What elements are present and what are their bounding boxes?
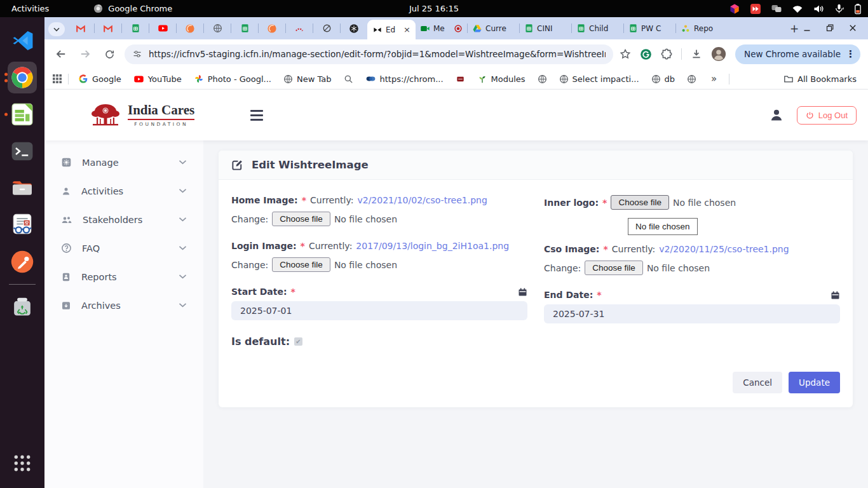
sheets-icon (240, 24, 250, 33)
tab[interactable] (122, 17, 149, 39)
address-bar[interactable]: https://icfnv5-staging.icfn.in/manage-se… (125, 44, 613, 64)
cancel-button[interactable]: Cancel (733, 372, 782, 393)
sidebar-item-activities[interactable]: Activities (44, 177, 203, 205)
calendar-icon[interactable] (518, 287, 527, 297)
dock-libreoffice-calc[interactable] (3, 96, 42, 133)
tab[interactable] (286, 17, 313, 39)
microphone-icon[interactable] (834, 3, 844, 14)
close-tab-icon[interactable]: × (403, 25, 410, 34)
url-text[interactable]: https://icfnv5-staging.icfn.in/manage-se… (149, 49, 606, 59)
chrome-update-pill[interactable]: New Chrome available ⋮ (735, 44, 860, 64)
downloads-icon[interactable] (691, 48, 702, 60)
brand-logo[interactable]: India Cares FOUNDATION (89, 102, 194, 128)
sidebar-item-manage[interactable]: Manage (44, 148, 203, 177)
system-tray[interactable] (729, 3, 862, 15)
close-window-button[interactable] (849, 24, 857, 33)
home-image-choose-file-button[interactable]: Choose file (272, 212, 330, 226)
dock-postman[interactable] (3, 243, 42, 280)
bookmark-select-impacti[interactable]: Select impacti... (555, 74, 643, 84)
bookmark-photo-googl[interactable]: Photo - Googl... (190, 74, 275, 84)
start-date-input[interactable] (231, 301, 527, 320)
bookmark-new-tab[interactable]: New Tab (280, 74, 336, 84)
tab[interactable] (95, 17, 121, 39)
cso-image-choose-file-button[interactable]: Choose file (585, 261, 643, 275)
activities-button[interactable]: Activities (11, 4, 49, 13)
calendar-icon[interactable] (831, 290, 840, 300)
bookmark-https-chrom[interactable]: https://chrom... (362, 74, 447, 84)
screenshare-icon[interactable] (750, 3, 761, 15)
tab[interactable] (259, 17, 285, 39)
restore-button[interactable] (826, 24, 834, 33)
tab[interactable] (149, 17, 176, 39)
tab[interactable] (313, 17, 340, 39)
bookmark-modules[interactable]: Modules (473, 74, 529, 84)
volume-icon[interactable] (813, 4, 824, 14)
wifi-icon[interactable] (792, 4, 803, 13)
tab-active[interactable]: Ed× (367, 20, 416, 39)
messages-icon[interactable] (771, 4, 782, 14)
all-bookmarks-button[interactable]: All Bookmarks (780, 74, 860, 84)
extensions-puzzle-icon[interactable] (661, 48, 672, 60)
inner-logo-choose-file-button[interactable]: Choose file (611, 195, 669, 210)
profile-avatar[interactable] (711, 46, 726, 62)
sidebar-item-reports[interactable]: Reports (44, 262, 203, 291)
user-profile-icon[interactable] (769, 107, 784, 123)
tab[interactable]: Repo (676, 17, 728, 39)
bookmark-youtube[interactable]: YouTube (130, 74, 186, 85)
cso-image-file-link[interactable]: v2/2020/11/25/cso-tree1.png (659, 244, 789, 254)
battery-icon[interactable] (854, 3, 862, 15)
app-grid-icon (11, 452, 33, 474)
tab[interactable] (231, 17, 258, 39)
bookmarks-overflow-chevrons[interactable]: » (705, 73, 723, 85)
dock-divider (9, 284, 36, 285)
show-applications-button[interactable] (3, 445, 42, 482)
login-image-choose-file-button[interactable]: Choose file (272, 257, 330, 272)
login-image-file-link[interactable]: 2017/09/13/login_bg_2iH1oa1.png (356, 241, 509, 251)
dock-document-viewer[interactable] (3, 207, 42, 243)
tab[interactable]: PW C (624, 17, 675, 39)
dock-vscode[interactable] (3, 22, 42, 59)
minimize-button[interactable] (803, 24, 811, 33)
clock[interactable]: Jul 25 16:15 (409, 4, 459, 13)
update-button[interactable]: Update (789, 372, 840, 393)
tab[interactable] (67, 17, 94, 39)
home-image-file-link[interactable]: v2/2021/10/02/cso-tree1.png (357, 195, 487, 205)
focused-app-menu[interactable]: Google Chrome (93, 4, 172, 13)
bookmark-db[interactable]: db (648, 74, 679, 84)
end-date-input[interactable] (544, 304, 840, 323)
sidebar-item-faq[interactable]: FAQ (44, 234, 203, 262)
tab[interactable]: Me (416, 17, 467, 39)
reload-button[interactable] (100, 45, 118, 63)
tab[interactable] (177, 17, 203, 39)
dock-files[interactable] (3, 170, 42, 207)
dock-terminal[interactable] (3, 133, 42, 170)
bookmark-label: New Tab (297, 74, 332, 84)
tab[interactable] (341, 17, 367, 39)
logout-button[interactable]: Log Out (797, 106, 857, 125)
grammarly-extension-icon[interactable] (640, 48, 652, 60)
bookmark-red-logo[interactable] (452, 75, 469, 83)
sidebar-item-archives[interactable]: Archives (44, 291, 203, 320)
tab[interactable]: Curre (468, 17, 519, 39)
dock-chrome[interactable] (3, 59, 42, 96)
forward-button[interactable] (76, 45, 94, 63)
tab[interactable]: Child (572, 17, 623, 39)
back-button[interactable] (52, 45, 70, 63)
bookmark-search[interactable] (340, 74, 357, 84)
tab[interactable]: CINI (520, 17, 571, 39)
bookmark-globe[interactable] (683, 74, 700, 84)
color-cube-icon[interactable] (729, 3, 740, 15)
bookmark-google[interactable]: Google (74, 74, 125, 84)
is-default-checkbox[interactable]: ✔ (294, 337, 302, 346)
bookmark-star-icon[interactable] (620, 48, 631, 60)
chrome-menu-icon[interactable]: ⋮ (846, 48, 855, 60)
tab[interactable] (204, 17, 231, 39)
sidebar-toggle-hamburger[interactable] (250, 110, 263, 121)
apps-grid-icon[interactable] (52, 74, 62, 84)
sidebar-item-stakeholders[interactable]: Stakeholders (44, 205, 203, 234)
tab-scroll-chevron[interactable] (48, 22, 65, 36)
site-settings-icon[interactable] (132, 49, 142, 59)
bookmark-globe[interactable] (534, 74, 551, 84)
new-tab-button[interactable]: + (785, 20, 803, 37)
dock-trash[interactable] (3, 288, 42, 325)
